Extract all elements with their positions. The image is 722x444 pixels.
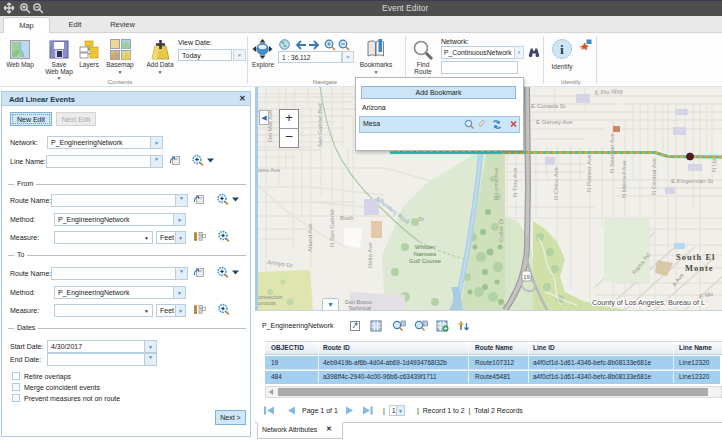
svg-text:Whittier: Whittier <box>415 244 435 250</box>
svg-text:E Kingerman St: E Kingerman St <box>671 178 713 184</box>
svg-text:Cutler Dr: Cutler Dr <box>498 218 504 242</box>
svg-text:San Gabriel Bvd: San Gabriel Bvd <box>317 103 323 147</box>
svg-text:N Central Ave: N Central Ave <box>651 157 657 195</box>
svg-text:Narrows: Narrows <box>414 251 436 257</box>
svg-text:South El: South El <box>676 252 715 262</box>
svg-text:N Loma Ave: N Loma Ave <box>493 167 499 200</box>
svg-text:St: St <box>418 216 424 222</box>
svg-text:N Seaman Ave: N Seaman Ave <box>609 132 615 173</box>
svg-text:i: i <box>560 42 564 57</box>
svg-text:19: 19 <box>523 274 530 280</box>
svg-text:N Chico Ave: N Chico Ave <box>553 166 559 200</box>
svg-text:N Merced Ave: N Merced Ave <box>621 160 627 198</box>
svg-text:E Garvey Ave: E Garvey Ave <box>536 119 573 125</box>
svg-text:Bush: Bush <box>340 215 354 221</box>
svg-text:wes Ave: wes Ave <box>257 167 281 173</box>
svg-text:turnouts: turnouts <box>256 300 276 306</box>
svg-text:Monte: Monte <box>685 263 714 273</box>
svg-text:Atland Ave: Atland Ave <box>307 223 313 252</box>
svg-text:N Potrero Ave: N Potrero Ave <box>586 154 592 192</box>
svg-text:N Up: N Up <box>711 158 717 172</box>
svg-text:N Troy Ave: N Troy Ave <box>512 167 518 197</box>
svg-text:Golf Course: Golf Course <box>409 258 442 264</box>
svg-text:County of Los Angeles, Bureau: County of Los Angeles, Bureau of L <box>592 298 705 307</box>
svg-text:Delta Ave: Delta Ave <box>367 242 373 268</box>
svg-text:N San Gabriel: N San Gabriel <box>329 209 335 247</box>
svg-text:E Cortada St: E Cortada St <box>531 103 566 109</box>
